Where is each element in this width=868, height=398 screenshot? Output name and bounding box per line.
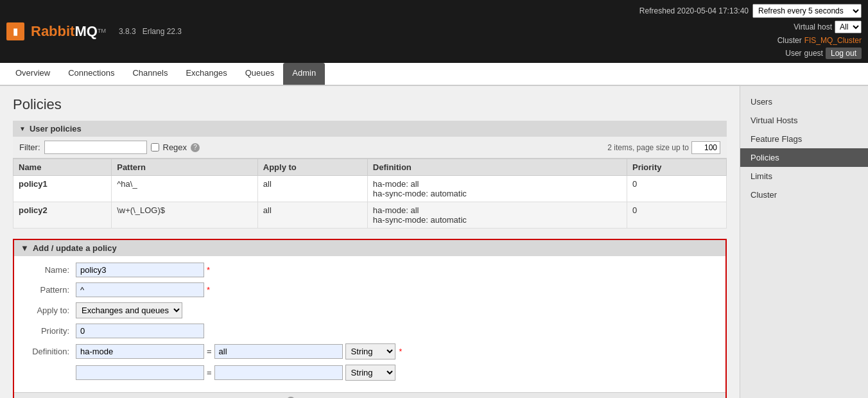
nav-queues[interactable]: Queues bbox=[236, 63, 284, 85]
refreshed-text: Refreshed 2020-05-04 17:13:40 bbox=[639, 6, 749, 15]
sidebar-item-feature-flags[interactable]: Feature Flags bbox=[740, 130, 868, 148]
col-priority: Priority bbox=[627, 159, 726, 176]
cell-pattern: \w+(\_LOG)$ bbox=[112, 202, 258, 229]
priority-input[interactable] bbox=[76, 324, 204, 338]
add-policy-title: Add / update a policy bbox=[33, 243, 117, 253]
collapse-arrow-icon: ▼ bbox=[19, 125, 26, 132]
page-title: Policies bbox=[13, 96, 727, 113]
definition-key2-input[interactable] bbox=[76, 365, 204, 380]
definition-label: Definition: bbox=[24, 347, 76, 356]
cell-pattern: ^ha\_ bbox=[112, 176, 258, 202]
col-definition: Definition bbox=[367, 159, 627, 176]
refresh-select[interactable]: Refresh every 5 seconds Refresh every 10… bbox=[752, 4, 862, 18]
name-input[interactable] bbox=[76, 263, 204, 277]
content: Policies ▼ User policies Filter: Regex ?… bbox=[0, 86, 740, 398]
bottom-links: Queues [All types] | Max length | Max le… bbox=[14, 392, 725, 398]
nav-connections[interactable]: Connections bbox=[59, 63, 123, 85]
sidebar-item-limits[interactable]: Limits bbox=[740, 167, 868, 186]
cell-apply-to: all bbox=[257, 176, 367, 202]
apply-to-row: Apply to: Exchanges and queues Exchanges… bbox=[24, 302, 715, 318]
col-apply-to: Apply to bbox=[257, 159, 367, 176]
version-info: 3.8.3 Erlang 22.3 bbox=[119, 27, 182, 36]
vhost-row: Virtual host All bbox=[794, 21, 862, 33]
pattern-label: Pattern: bbox=[24, 285, 76, 295]
cell-definition: ha-mode: all ha-sync-mode: automatic bbox=[367, 202, 627, 229]
add-policy-form: Name: * Pattern: * Apply to: Exchanges a… bbox=[14, 256, 725, 392]
table-row: policy2 \w+(\_LOG)$ all ha-mode: all ha-… bbox=[13, 202, 727, 229]
cell-priority: 0 bbox=[627, 202, 726, 229]
top-right: Refreshed 2020-05-04 17:13:40 Refresh ev… bbox=[639, 4, 862, 59]
priority-row: Priority: bbox=[24, 324, 715, 338]
definition-value2-input[interactable] bbox=[214, 365, 343, 380]
regex-help-icon[interactable]: ? bbox=[191, 143, 200, 152]
table-row: policy1 ^ha\_ all ha-mode: all ha-sync-m… bbox=[13, 176, 727, 202]
filter-label: Filter: bbox=[19, 143, 40, 152]
definition-value-input[interactable] bbox=[214, 344, 343, 359]
regex-checkbox[interactable] bbox=[151, 143, 159, 151]
page-size-area: 2 items, page size up to bbox=[607, 141, 720, 154]
sidebar-item-cluster[interactable]: Cluster bbox=[740, 186, 868, 204]
user-policies-section: ▼ User policies Filter: Regex ? 2 items,… bbox=[13, 121, 727, 229]
policies-tbody: policy1 ^ha\_ all ha-mode: all ha-sync-m… bbox=[13, 176, 727, 229]
def-equals2: = bbox=[207, 368, 212, 377]
logout-button[interactable]: Log out bbox=[826, 48, 862, 59]
name-required: * bbox=[207, 265, 210, 275]
pattern-input[interactable] bbox=[76, 282, 204, 297]
nav-channels[interactable]: Channels bbox=[123, 63, 177, 85]
def-equals: = bbox=[207, 347, 212, 356]
definition-row2: = String Number List Boolean bbox=[24, 365, 715, 381]
logo-area: ▮ RabbitMQTM 3.8.3 Erlang 22.3 bbox=[6, 22, 182, 40]
user-label: User bbox=[785, 49, 801, 58]
priority-label: Priority: bbox=[24, 326, 76, 336]
name-row: Name: * bbox=[24, 263, 715, 277]
main: Policies ▼ User policies Filter: Regex ?… bbox=[0, 86, 868, 398]
cluster-name: FIS_MQ_Cluster bbox=[804, 36, 862, 45]
sidebar-item-virtual-hosts[interactable]: Virtual Hosts bbox=[740, 111, 868, 130]
regex-label: Regex bbox=[163, 143, 187, 152]
cluster-label: Cluster bbox=[777, 36, 802, 45]
refresh-row: Refreshed 2020-05-04 17:13:40 Refresh ev… bbox=[639, 4, 862, 18]
cell-definition: ha-mode: all ha-sync-mode: automatic bbox=[367, 176, 627, 202]
col-pattern: Pattern bbox=[112, 159, 258, 176]
definition-row: Definition: = String Number List Boolean… bbox=[24, 343, 715, 359]
user-policies-header[interactable]: ▼ User policies bbox=[13, 121, 727, 137]
definition-required: * bbox=[399, 347, 403, 356]
vhost-select[interactable]: All bbox=[835, 21, 862, 33]
add-policy-section: ▼ Add / update a policy Name: * Pattern:… bbox=[13, 239, 727, 398]
nav-exchanges[interactable]: Exchanges bbox=[177, 63, 236, 85]
user-name: guest bbox=[804, 49, 823, 58]
filter-input[interactable] bbox=[44, 141, 147, 154]
apply-to-label: Apply to: bbox=[24, 306, 76, 315]
sidebar-item-policies[interactable]: Policies bbox=[740, 148, 868, 167]
pattern-row: Pattern: * bbox=[24, 282, 715, 297]
nav-admin[interactable]: Admin bbox=[283, 63, 325, 85]
logo-icon: ▮ bbox=[6, 22, 24, 40]
item-count: 2 items, page size up to bbox=[607, 143, 689, 152]
definition-type-select[interactable]: String Number List Boolean bbox=[345, 343, 395, 359]
logo-tm: TM bbox=[98, 28, 106, 34]
name-label: Name: bbox=[24, 265, 76, 275]
cell-name: policy1 bbox=[13, 176, 112, 202]
definition-key-input[interactable] bbox=[76, 344, 204, 359]
col-name: Name bbox=[13, 159, 112, 176]
cell-apply-to: all bbox=[257, 202, 367, 229]
filter-pagesize-row: Filter: Regex ? 2 items, page size up to bbox=[13, 137, 727, 159]
nav: Overview Connections Channels Exchanges … bbox=[0, 63, 868, 86]
sidebar: Users Virtual Hosts Feature Flags Polici… bbox=[740, 86, 868, 398]
user-policies-title: User policies bbox=[30, 124, 82, 134]
filter-area: Filter: Regex ? bbox=[19, 141, 200, 154]
add-policy-header[interactable]: ▼ Add / update a policy bbox=[14, 240, 725, 256]
cell-name: policy2 bbox=[13, 202, 112, 229]
nav-overview[interactable]: Overview bbox=[6, 63, 59, 85]
user-row: User guest Log out bbox=[785, 48, 862, 59]
topbar: ▮ RabbitMQTM 3.8.3 Erlang 22.3 Refreshed… bbox=[0, 0, 868, 63]
page-size-input[interactable] bbox=[691, 141, 720, 154]
cluster-row: Cluster FIS_MQ_Cluster bbox=[777, 36, 862, 45]
logo-text: RabbitMQTM bbox=[31, 23, 106, 40]
apply-to-select[interactable]: Exchanges and queues Exchanges Queues bbox=[76, 302, 182, 318]
pattern-required: * bbox=[207, 285, 210, 295]
sidebar-item-users[interactable]: Users bbox=[740, 92, 868, 111]
policies-table: Name Pattern Apply to Definition Priorit… bbox=[13, 159, 727, 229]
add-policy-arrow-icon: ▼ bbox=[21, 243, 29, 253]
definition-type2-select[interactable]: String Number List Boolean bbox=[345, 365, 395, 381]
